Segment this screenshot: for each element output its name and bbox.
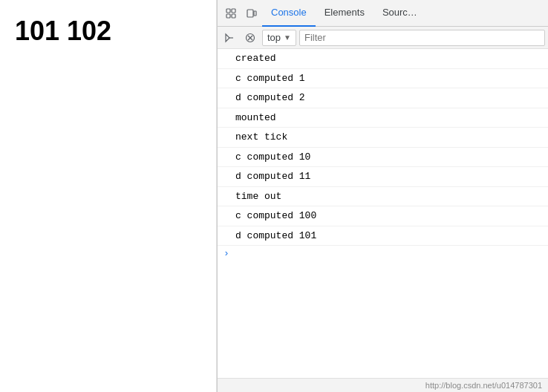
console-line: next tick [218,128,548,148]
console-line: d computed 11 [218,167,548,187]
console-line: c computed 100 [218,206,548,226]
console-filter-input[interactable] [299,30,545,46]
svg-rect-2 [226,14,230,18]
console-line: d computed 2 [218,88,548,108]
dropdown-arrow-icon: ▼ [284,33,291,42]
console-line: c computed 10 [218,148,548,168]
console-output: created c computed 1 d computed 2 mounte… [218,49,548,378]
console-line: c computed 1 [218,69,548,89]
svg-rect-5 [254,11,256,16]
left-panel: 101 102 [0,0,217,392]
console-toolbar: top ▼ [218,27,548,49]
console-line: d computed 101 [218,226,548,246]
page-display-text: 101 102 [15,15,111,47]
console-line: created [218,49,548,69]
console-line: mounted [218,108,548,128]
tab-sources[interactable]: Sourc… [374,0,426,27]
tab-elements[interactable]: Elements [316,0,374,27]
devtools-panel: Console Elements Sourc… top ▼ [217,0,548,392]
console-line: time out [218,187,548,207]
context-selector[interactable]: top ▼ [262,30,296,46]
prompt-arrow-icon: › [224,248,229,259]
tab-console[interactable]: Console [262,0,316,27]
cursor-icon-btn[interactable] [221,3,241,24]
devtools-tab-bar: Console Elements Sourc… [218,0,548,27]
svg-rect-3 [232,14,235,18]
svg-rect-4 [247,10,253,17]
svg-rect-1 [232,9,235,13]
device-toggle-icon-btn[interactable] [241,3,262,24]
devtools-footer: http://blog.csdn.net/u014787301 [218,378,548,392]
svg-rect-0 [226,9,230,13]
clear-console-icon-btn[interactable] [221,29,238,47]
console-prompt-line[interactable]: › [218,246,548,261]
svg-marker-6 [226,34,229,42]
no-errors-icon-btn[interactable] [241,29,259,47]
